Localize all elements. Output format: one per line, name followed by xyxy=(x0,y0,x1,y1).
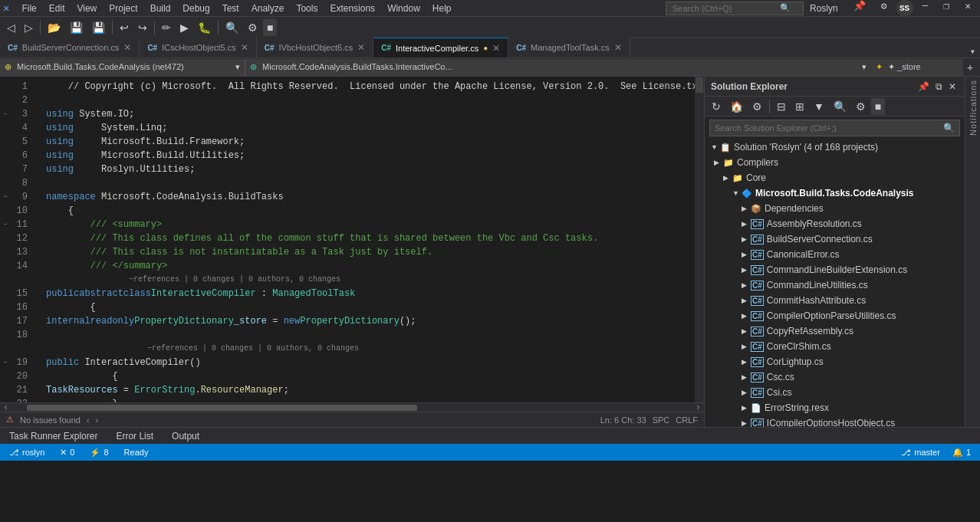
tab-icschostobject5[interactable]: C# ICscHostObject5.cs ✕ xyxy=(140,38,256,57)
tree-arrow-solution[interactable]: ▼ xyxy=(711,143,720,151)
se-filter-btn[interactable]: ▼ xyxy=(810,98,828,115)
toolbar-save[interactable]: 💾 xyxy=(66,19,87,36)
tree-arrow[interactable]: ▶ xyxy=(742,281,751,289)
se-properties-btn[interactable]: ⊞ xyxy=(791,98,808,115)
se-collapse-btn[interactable]: ⊟ xyxy=(773,98,790,115)
menu-tools[interactable]: Tools xyxy=(290,2,324,15)
error-item[interactable]: ✕ 0 xyxy=(57,448,77,458)
tab-managedtooltask[interactable]: C# ManagedToolTask.cs ✕ xyxy=(508,38,630,57)
global-search[interactable]: 🔍 xyxy=(666,2,804,15)
code-content-area[interactable]: // Copyright (c) Microsoft. All Rights R… xyxy=(43,77,695,402)
nav-next[interactable]: › xyxy=(96,415,99,425)
toolbar-forward[interactable]: ▷ xyxy=(21,19,37,36)
code-editor[interactable]: 12−345678−910−1112131415161718−192021222… xyxy=(0,77,704,427)
tab-error-list[interactable]: Error List xyxy=(107,428,163,445)
tab-close-active[interactable]: ✕ xyxy=(492,43,500,54)
add-tab-button[interactable]: + xyxy=(963,59,980,76)
tree-item[interactable]: ▶ C# Csi.cs xyxy=(705,385,965,400)
tree-arrow[interactable]: ▶ xyxy=(742,235,751,243)
tree-item[interactable]: ▶ C# CompilerOptionParseUtilities.cs xyxy=(705,308,965,323)
search-input[interactable] xyxy=(673,4,780,13)
toolbar-properties[interactable]: ⚙ xyxy=(244,19,261,36)
tree-item[interactable]: ▶ C# CorLightup.cs xyxy=(705,354,965,369)
context-member-dropdown[interactable]: ⊛ Microsoft.CodeAnalysis.BuildTasks.Inte… xyxy=(245,59,871,76)
tab-output[interactable]: Output xyxy=(163,428,209,445)
tab-close[interactable]: ✕ xyxy=(614,42,622,53)
menu-window[interactable]: Window xyxy=(381,2,426,15)
tree-arrow[interactable]: ▶ xyxy=(723,174,732,182)
tab-buildserverconnection[interactable]: C# BuildServerConnection.cs ✕ xyxy=(0,38,140,57)
tree-item[interactable]: ▶ 📁 Core xyxy=(705,170,965,185)
tree-arrow[interactable]: ▶ xyxy=(742,327,751,335)
toolbar-build[interactable]: ▶ xyxy=(176,19,192,36)
tree-item[interactable]: ▶ C# BuildServerConnection.cs xyxy=(705,231,965,247)
fold-button[interactable]: − xyxy=(0,107,11,121)
settings-button[interactable]: ⚙ xyxy=(875,0,893,17)
menu-edit[interactable]: Edit xyxy=(43,2,71,15)
hscroll-thumb[interactable] xyxy=(27,405,417,411)
tree-arrow[interactable]: ▶ xyxy=(742,373,751,381)
context-type-dropdown[interactable]: ⊕ Microsoft.Build.Tasks.CodeAnalysis (ne… xyxy=(0,59,245,76)
se-refresh-btn[interactable]: ↻ xyxy=(708,98,725,115)
tree-item[interactable]: ▶ C# CommandLineUtilities.cs xyxy=(705,277,965,293)
close-button[interactable]: ✕ xyxy=(959,0,977,17)
tab-close[interactable]: ✕ xyxy=(123,42,131,53)
git-branch-item[interactable]: ⎇ roslyn xyxy=(6,448,48,458)
nav-prev[interactable]: ‹ xyxy=(87,415,90,425)
toolbar-undo[interactable]: ↩ xyxy=(116,19,133,36)
menu-test[interactable]: Test xyxy=(216,2,245,15)
branch-item[interactable]: ⎇ master xyxy=(898,448,943,458)
toolbar-open-file[interactable]: 📂 xyxy=(44,19,64,36)
toolbar-debug[interactable]: 🐛 xyxy=(194,19,215,36)
scrollbar-thumb[interactable] xyxy=(696,77,703,93)
toolbar-back[interactable]: ◁ xyxy=(3,19,19,36)
menu-build[interactable]: Build xyxy=(144,2,177,15)
toolbar-save-all[interactable]: 💾 xyxy=(88,19,109,36)
menu-file[interactable]: File xyxy=(15,2,42,15)
tree-item[interactable]: ▶ C# CoreClrShim.cs xyxy=(705,339,965,354)
tab-close[interactable]: ✕ xyxy=(357,42,365,53)
tree-arrow[interactable]: ▶ xyxy=(742,205,751,212)
tree-item[interactable]: ▶ 📄 ErrorString.resx xyxy=(705,400,965,415)
pin-button[interactable]: 📌 xyxy=(847,0,872,17)
se-home-btn[interactable]: 🏠 xyxy=(726,98,747,115)
tabs-overflow[interactable]: ▾ xyxy=(965,46,980,57)
se-active-btn[interactable]: ■ xyxy=(871,98,885,115)
tree-item[interactable]: ▶ C# CommandLineBuilderExtension.cs xyxy=(705,262,965,277)
fold-button[interactable]: − xyxy=(0,356,11,369)
vertical-scrollbar[interactable] xyxy=(695,77,704,402)
toolbar-comment[interactable]: ✏ xyxy=(158,19,175,36)
tree-arrow[interactable]: ▶ xyxy=(742,404,751,412)
notification-bell[interactable]: 🔔 1 xyxy=(949,448,974,458)
minimize-button[interactable]: — xyxy=(916,0,935,17)
toolbar-find[interactable]: 🔍 xyxy=(222,19,242,36)
toolbar-active[interactable]: ■ xyxy=(263,19,277,36)
tree-item[interactable]: ▶ C# CommitHashAttribute.cs xyxy=(705,293,965,308)
tab-task-runner-explorer[interactable]: Task Runner Explorer xyxy=(0,428,107,445)
menu-analyze[interactable]: Analyze xyxy=(245,2,291,15)
tree-item[interactable]: ▶ C# AssemblyResolution.cs xyxy=(705,216,965,231)
tree-arrow[interactable]: ▶ xyxy=(742,389,751,396)
se-float-button[interactable]: ⧉ xyxy=(933,81,945,92)
menu-view[interactable]: View xyxy=(71,2,103,15)
tree-solution[interactable]: ▼ 📋 Solution 'Roslyn' (4 of 168 projects… xyxy=(705,140,965,155)
tree-arrow[interactable]: ▶ xyxy=(742,297,751,304)
se-close-button[interactable]: ✕ xyxy=(946,81,959,92)
tree-item[interactable]: ▶ C# ICompilerOptionsHostObject.cs xyxy=(705,415,965,427)
tree-arrow[interactable]: ▶ xyxy=(714,159,723,166)
se-pin-button[interactable]: 📌 xyxy=(916,81,932,92)
tree-item[interactable]: ▶ C# CanonicalError.cs xyxy=(705,247,965,262)
fold-button[interactable]: − xyxy=(0,218,11,231)
tree-item[interactable]: ▶ C# CopyRefAssembly.cs xyxy=(705,323,965,339)
menu-extensions[interactable]: Extensions xyxy=(324,2,381,15)
tree-arrow[interactable]: ▶ xyxy=(742,251,751,258)
menu-project[interactable]: Project xyxy=(103,2,143,15)
tab-close[interactable]: ✕ xyxy=(241,42,248,53)
context-store-dropdown[interactable]: ✦ ✦ _store xyxy=(871,59,963,76)
se-settings-btn[interactable]: ⚙ xyxy=(748,98,766,115)
menu-help[interactable]: Help xyxy=(426,2,458,15)
toolbar-redo[interactable]: ↪ xyxy=(134,19,151,36)
tree-arrow[interactable]: ▶ xyxy=(742,358,751,366)
tree-item[interactable]: ▶ 📁 Compilers xyxy=(705,155,965,170)
tab-ivbchostobject6[interactable]: C# IVbcHostObject6.cs ✕ xyxy=(257,38,373,57)
